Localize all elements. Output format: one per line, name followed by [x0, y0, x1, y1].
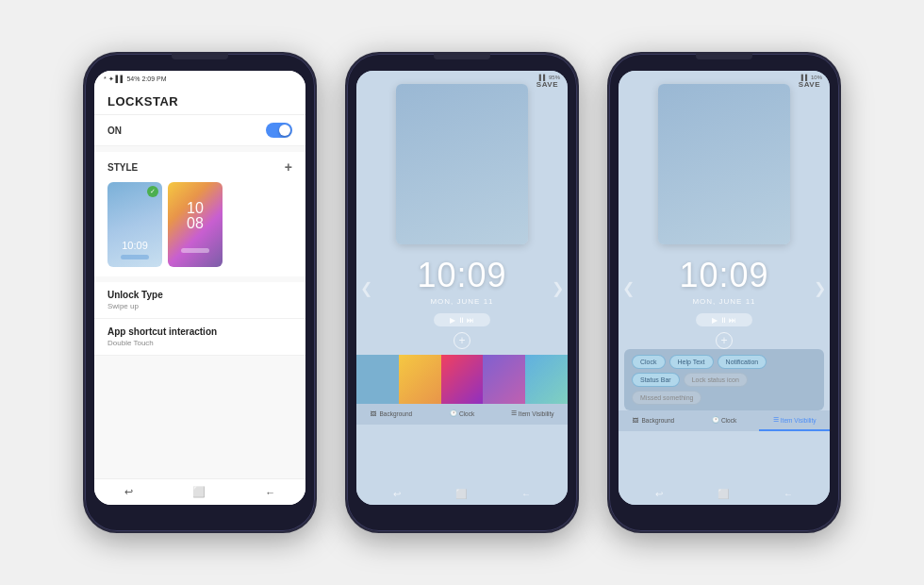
- style-thumbnails: ✓ 10:09 10 08: [94, 178, 305, 276]
- phone3-statusbar: ▌▌ 10%: [619, 71, 830, 76]
- thumb2-time-top: 10: [187, 201, 204, 216]
- chips-row-2: Status Bar Lock status icon: [632, 373, 817, 387]
- save-button-2[interactable]: SAVE: [536, 80, 558, 89]
- menu-item-shortcut[interactable]: App shortcut interaction Double Touch: [94, 319, 305, 356]
- nav-recent-icon-3[interactable]: ↩: [655, 489, 663, 499]
- lockscreen-date-3: MON, JUNE 11: [619, 297, 830, 306]
- wallpaper-strip-2: [356, 355, 568, 404]
- style-header: STYLE +: [94, 152, 305, 178]
- phone-1: * ✦ ▌▌ 54% 2:09 PM LOCKSTAR ON STYLE + ✓…: [83, 52, 317, 533]
- nav-home-icon-3[interactable]: ⬜: [718, 489, 729, 499]
- phone2-screen: ▌▌ 95% SAVE ❮ ❯ 10:09 MON, JUNE 11 ▶ ⏸ ⏭…: [356, 71, 568, 505]
- thumb2-time-bot: 08: [187, 216, 204, 231]
- save-button-3[interactable]: SAVE: [799, 80, 820, 89]
- chip-lock-status[interactable]: Lock status icon: [684, 373, 748, 387]
- wallpaper-preview-3: [658, 84, 790, 244]
- lockscreen-date-2: MON, JUNE 11: [356, 297, 568, 306]
- thumb1-background: ✓ 10:09: [107, 182, 162, 267]
- phone-3: ▌▌ 10% SAVE ❮ ❯ 10:09 MON, JUNE 11 ▶ ⏸ ⏭…: [607, 52, 841, 533]
- phone2-tabs: 🖼 Background 🕐 Clock ☰ Item Visibility: [356, 404, 568, 425]
- clock-icon: 🕐: [450, 410, 457, 417]
- thumb1-bar: [121, 255, 149, 259]
- nav-back-icon[interactable]: ←: [265, 487, 275, 498]
- unlock-type-sub: Swipe up: [107, 302, 292, 310]
- bg-thumb-1[interactable]: [356, 355, 399, 404]
- clock-area-2: 10:09 MON, JUNE 11: [356, 256, 568, 306]
- lockscreen-2: ▌▌ 95% SAVE ❮ ❯ 10:09 MON, JUNE 11 ▶ ⏸ ⏭…: [356, 71, 568, 505]
- chip-status-bar[interactable]: Status Bar: [632, 373, 680, 387]
- menu-items: Unlock Type Swipe up App shortcut intera…: [94, 282, 305, 356]
- right-arrow-3[interactable]: ❯: [814, 279, 826, 297]
- style-section: STYLE + ✓ 10:09 10 08: [94, 152, 305, 276]
- chip-notification[interactable]: Notification: [718, 355, 767, 369]
- phone-2: ▌▌ 95% SAVE ❮ ❯ 10:09 MON, JUNE 11 ▶ ⏸ ⏭…: [345, 52, 579, 533]
- menu-item-unlock[interactable]: Unlock Type Swipe up: [94, 282, 305, 319]
- style-thumb-1[interactable]: ✓ 10:09: [107, 182, 162, 267]
- chips-row-3: Missed something: [632, 391, 817, 405]
- nav-back-icon-2[interactable]: ←: [521, 489, 531, 499]
- tab-item-vis-3[interactable]: ☰ Item Visibility: [759, 410, 830, 431]
- phone1-statusbar: * ✦ ▌▌ 54% 2:09 PM: [94, 71, 305, 87]
- add-item-button-2[interactable]: +: [454, 332, 470, 349]
- phone3-screen: ▌▌ 10% SAVE ❮ ❯ 10:09 MON, JUNE 11 ▶ ⏸ ⏭…: [619, 71, 830, 505]
- phone3-nav: ↩ ⬜ ←: [619, 487, 830, 501]
- shortcut-title: App shortcut interaction: [107, 326, 292, 337]
- add-style-button[interactable]: +: [285, 159, 292, 175]
- chips-row-1: Clock Help Text Notification: [632, 355, 817, 369]
- add-item-button-3[interactable]: +: [716, 332, 733, 349]
- toggle-label: ON: [107, 125, 122, 136]
- tab-background-3[interactable]: 🖼 Background: [619, 410, 689, 431]
- thumb1-time: 10:09: [122, 240, 148, 251]
- nav-home-icon-2[interactable]: ⬜: [455, 489, 467, 499]
- phone3-tabs: 🖼 Background 🕐 Clock ☰ Item Visibility: [619, 410, 830, 431]
- thumb2-background: 10 08: [168, 182, 223, 267]
- on-toggle[interactable]: [266, 123, 292, 138]
- bg-icon-3: 🖼: [633, 417, 639, 424]
- chip-misc[interactable]: Missed something: [632, 391, 701, 405]
- right-arrow-2[interactable]: ❯: [552, 279, 564, 297]
- phone1-header: LOCKSTAR: [94, 87, 305, 115]
- unlock-bar-2[interactable]: ▶ ⏸ ⏭: [434, 313, 490, 326]
- unlock-icon-3: ▶ ⏸ ⏭: [712, 316, 736, 325]
- nav-recent-icon[interactable]: ↩: [124, 486, 133, 498]
- bg-thumb-5[interactable]: [525, 355, 568, 404]
- tab-clock-3[interactable]: 🕐 Clock: [689, 410, 760, 431]
- selected-check: ✓: [147, 186, 158, 197]
- shortcut-sub: Double Touch: [107, 339, 292, 347]
- wallpaper-preview-2: [396, 84, 528, 244]
- unlock-icon-2: ▶ ⏸ ⏭: [450, 316, 474, 325]
- thumb2-bar: [181, 248, 209, 253]
- app-title: LOCKSTAR: [107, 94, 292, 109]
- nav-recent-icon-2[interactable]: ↩: [393, 489, 401, 499]
- tab-background-2[interactable]: 🖼 Background: [356, 404, 427, 425]
- style-thumb-2[interactable]: 10 08: [168, 182, 223, 267]
- phone1-screen: * ✦ ▌▌ 54% 2:09 PM LOCKSTAR ON STYLE + ✓…: [94, 71, 305, 505]
- bg-thumb-3[interactable]: [441, 355, 484, 404]
- vis-icon: ☰: [511, 410, 517, 417]
- toggle-row[interactable]: ON: [94, 115, 305, 146]
- left-arrow-2[interactable]: ❮: [360, 279, 372, 297]
- chip-clock[interactable]: Clock: [632, 355, 666, 369]
- nav-home-icon[interactable]: ⬜: [192, 486, 206, 498]
- unlock-type-title: Unlock Type: [107, 290, 292, 300]
- bg-thumb-4[interactable]: [483, 355, 525, 404]
- phone1-nav: ↩ ⬜ ←: [94, 478, 305, 505]
- nav-back-icon-3[interactable]: ←: [784, 489, 793, 499]
- status-icons: * ✦ ▌▌ 54% 2:09 PM: [104, 75, 167, 83]
- tab-item-vis-2[interactable]: ☰ Item Visibility: [497, 404, 568, 425]
- style-label: STYLE: [107, 162, 138, 173]
- clock-area-3: 10:09 MON, JUNE 11: [619, 256, 830, 306]
- phone2-statusbar: ▌▌ 95%: [356, 71, 568, 76]
- phone2-nav: ↩ ⬜ ←: [356, 487, 568, 501]
- bg-icon: 🖼: [371, 410, 377, 417]
- tab-clock-2[interactable]: 🕐 Clock: [427, 404, 498, 425]
- lockscreen-time-2: 10:09: [356, 256, 568, 295]
- vis-icon-3: ☰: [773, 416, 779, 424]
- bg-thumb-2[interactable]: [399, 355, 441, 404]
- chip-help-text[interactable]: Help Text: [669, 355, 714, 369]
- unlock-bar-3[interactable]: ▶ ⏸ ⏭: [696, 313, 752, 326]
- lockscreen-time-3: 10:09: [619, 256, 830, 295]
- clock-icon-3: 🕐: [712, 416, 719, 424]
- item-visibility-panel: Clock Help Text Notification Status Bar …: [624, 349, 824, 410]
- left-arrow-3[interactable]: ❮: [622, 279, 635, 297]
